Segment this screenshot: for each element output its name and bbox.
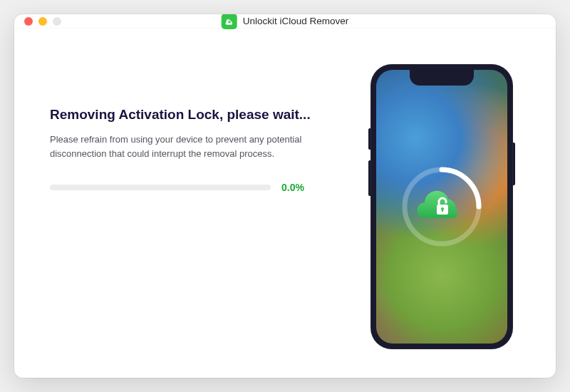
maximize-button[interactable] — [53, 17, 61, 26]
left-panel: Removing Activation Lock, please wait...… — [50, 64, 335, 349]
phone-screen — [376, 70, 507, 344]
status-heading: Removing Activation Lock, please wait... — [50, 107, 335, 123]
svg-rect-0 — [229, 21, 231, 23]
right-panel — [356, 64, 527, 349]
close-button[interactable] — [24, 17, 33, 26]
window-controls — [24, 17, 61, 26]
title-center: Unlockit iCloud Remover — [222, 14, 349, 29]
cloud-unlock-icon — [417, 189, 467, 225]
app-window: Unlockit iCloud Remover Removing Activat… — [14, 14, 556, 378]
phone-notch — [410, 70, 474, 86]
spinner-wrap — [399, 164, 484, 249]
app-icon — [222, 14, 237, 29]
status-description: Please refrain from using your device to… — [50, 133, 306, 160]
progress-bar — [50, 185, 271, 190]
minimize-button[interactable] — [38, 17, 47, 26]
titlebar: Unlockit iCloud Remover — [14, 14, 556, 29]
progress-percent: 0.0% — [281, 182, 304, 193]
content-area: Removing Activation Lock, please wait...… — [14, 29, 556, 378]
svg-rect-4 — [442, 209, 443, 212]
progress-row: 0.0% — [50, 182, 335, 193]
phone-side-button — [513, 143, 515, 185]
app-title: Unlockit iCloud Remover — [243, 16, 349, 26]
cloud-unlock-icon — [224, 16, 234, 26]
device-mockup — [370, 64, 513, 349]
